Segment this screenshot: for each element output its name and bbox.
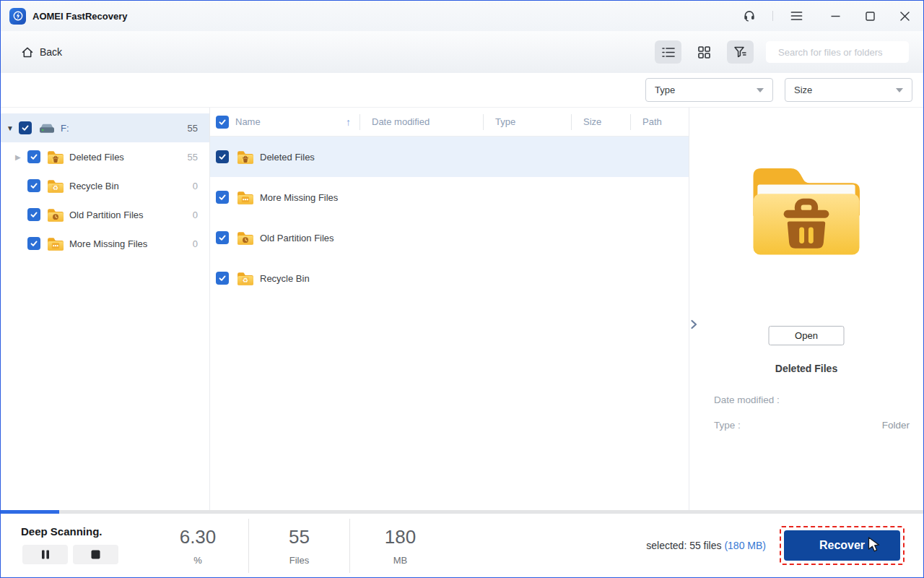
scan-stat: 6.30 % [147, 519, 248, 573]
stop-icon [91, 550, 100, 559]
size-filter-label: Size [794, 85, 896, 95]
file-list: Name ↑ Date modified Type Size Path Dele… [210, 108, 689, 510]
collapse-panel-chevron-icon[interactable] [690, 319, 697, 332]
type-label: Type : [714, 420, 741, 431]
home-icon [21, 46, 34, 59]
app-logo-icon [9, 8, 26, 25]
folder-clock-icon [237, 230, 254, 245]
type-filter-dropdown[interactable]: Type [645, 78, 773, 102]
status-bar: Deep Scanning. 6.30 % 55 Files 180 MB se… [1, 514, 923, 577]
sidebar-tree: ▼ F: 55 ▶ Deleted Files 55 Recycle Bin 0… [1, 108, 210, 510]
stat-unit: Files [249, 555, 349, 566]
selected-summary: selected: 55 files (180 MB) [646, 540, 766, 551]
sidebar-item-count: 0 [193, 181, 198, 191]
checkbox-checked[interactable] [216, 231, 229, 244]
list-view-button[interactable] [655, 40, 681, 64]
stat-unit: MB [350, 555, 450, 566]
stat-value: 180 [350, 526, 450, 548]
sort-ascending-icon[interactable]: ↑ [346, 116, 351, 128]
maximize-button[interactable] [858, 5, 881, 27]
folder-recycle-icon [237, 271, 254, 285]
sidebar-item-count: 55 [188, 152, 198, 163]
file-row[interactable]: Recycle Bin [210, 258, 689, 298]
app-window: AOMEI FastRecovery Back [0, 0, 924, 578]
recover-button[interactable]: Recover [784, 530, 900, 561]
close-button[interactable] [893, 5, 916, 27]
checkbox-checked[interactable] [27, 237, 40, 250]
tree-expander-icon[interactable]: ▶ [15, 153, 27, 161]
scan-stats: 6.30 % 55 Files 180 MB [147, 514, 450, 577]
folder-dots-icon [237, 190, 254, 204]
stat-unit: % [147, 555, 248, 566]
drive-icon [38, 121, 56, 135]
checkbox-checked[interactable] [19, 121, 32, 134]
grid-view-icon [698, 46, 710, 59]
chevron-down-icon [757, 88, 764, 92]
sidebar-item-label: More Missing Files [69, 238, 193, 249]
sidebar-item-label: Recycle Bin [69, 181, 193, 191]
list-view-icon [662, 47, 675, 58]
column-header-name[interactable]: Name [235, 116, 261, 127]
folder-clock-icon [47, 207, 64, 222]
checkbox-checked[interactable] [27, 208, 40, 221]
sidebar-item-label: F: [61, 123, 188, 134]
file-list-header: Name ↑ Date modified Type Size Path [210, 108, 689, 137]
select-all-checkbox[interactable] [216, 116, 229, 129]
grid-view-button[interactable] [691, 40, 718, 64]
type-filter-label: Type [655, 85, 757, 95]
menu-icon[interactable] [785, 5, 808, 27]
sidebar-item[interactable]: ▶ Deleted Files 55 [1, 142, 209, 171]
type-value: Folder [882, 420, 910, 431]
search-box[interactable] [766, 41, 909, 63]
sidebar-item-count: 55 [188, 123, 198, 134]
folder-dots-icon [47, 236, 64, 251]
filter-row: Type Size [1, 73, 923, 108]
back-button[interactable]: Back [21, 46, 62, 59]
file-name: Deleted Files [260, 152, 315, 163]
filter-button[interactable] [727, 40, 754, 64]
scan-status-text: Deep Scanning. [21, 525, 118, 538]
folder-trash-icon [237, 150, 254, 164]
file-name: More Missing Files [260, 192, 338, 203]
pause-scan-button[interactable] [22, 545, 68, 564]
column-header-type[interactable]: Type [483, 114, 571, 130]
filter-icon [733, 46, 747, 59]
column-header-date-modified[interactable]: Date modified [359, 114, 483, 130]
open-button[interactable]: Open [769, 326, 845, 345]
size-filter-dropdown[interactable]: Size [785, 78, 912, 102]
sidebar-item[interactable]: ▼ F: 55 [1, 113, 209, 142]
minimize-button[interactable] [824, 5, 847, 27]
toolbar: Back [1, 31, 923, 73]
checkbox-checked[interactable] [216, 150, 229, 163]
scan-stat: 55 Files [248, 519, 349, 573]
stop-scan-button[interactable] [73, 545, 118, 564]
file-row[interactable]: Old Partition Files [210, 217, 689, 258]
titlebar-separator [772, 11, 773, 21]
file-row[interactable]: More Missing Files [210, 177, 689, 217]
folder-trash-icon [47, 150, 64, 164]
chevron-down-icon [896, 88, 903, 92]
search-input[interactable] [778, 47, 905, 58]
checkbox-checked[interactable] [27, 179, 40, 192]
date-modified-label: Date modified : [714, 394, 780, 405]
checkbox-checked[interactable] [216, 272, 229, 285]
file-name: Recycle Bin [260, 273, 310, 284]
file-name: Old Partition Files [260, 233, 334, 243]
column-header-path[interactable]: Path [630, 114, 689, 130]
sidebar-item[interactable]: Recycle Bin 0 [1, 171, 209, 200]
sidebar-item[interactable]: More Missing Files 0 [1, 229, 209, 258]
content-area: ▼ F: 55 ▶ Deleted Files 55 Recycle Bin 0… [1, 108, 923, 510]
tree-expander-icon[interactable]: ▼ [6, 124, 19, 132]
file-row[interactable]: Deleted Files [210, 137, 689, 177]
column-header-size[interactable]: Size [571, 114, 630, 130]
preview-file-name: Deleted Files [689, 363, 923, 374]
checkbox-checked[interactable] [27, 150, 40, 163]
checkbox-checked[interactable] [216, 191, 229, 204]
back-label: Back [40, 46, 62, 58]
stat-value: 55 [249, 526, 349, 548]
sidebar-item[interactable]: Old Partition Files 0 [1, 200, 209, 229]
support-headset-icon[interactable] [738, 5, 761, 27]
scan-stat: 180 MB [349, 519, 450, 573]
pause-icon [41, 550, 50, 559]
sidebar-item-label: Old Partition Files [69, 210, 193, 220]
